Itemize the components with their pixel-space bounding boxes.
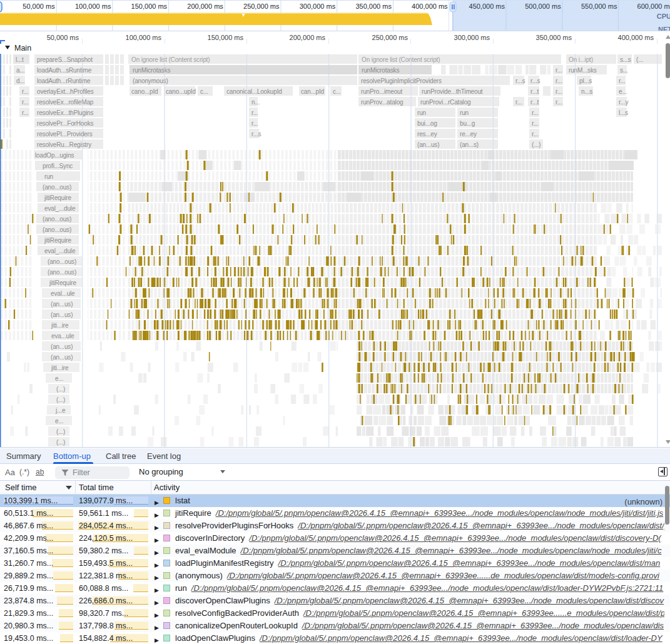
svg-text:run: run [44, 173, 53, 180]
svg-text:600,000 ms: 600,000 ms [637, 3, 670, 10]
svg-text:300,000 ms: 300,000 ms [300, 3, 336, 10]
svg-text:re...ey: re...ey [460, 131, 477, 138]
svg-text:canonical...LookupId: canonical...LookupId [226, 88, 282, 95]
svg-text:r...t: r...t [530, 99, 539, 106]
svg-text:d...: d... [16, 78, 24, 84]
svg-text:r...t: r...t [530, 88, 539, 95]
svg-text:c...: c... [333, 88, 341, 95]
svg-text:(...): (...) [532, 141, 541, 148]
svg-text:(an...us): (an...us) [51, 343, 73, 350]
svg-text:runMicrotasks: runMicrotasks [362, 67, 399, 74]
svg-text:400,000 ms: 400,000 ms [412, 3, 448, 10]
svg-text:res...ey: res...ey [417, 131, 437, 138]
svg-text:bui...og: bui...og [417, 120, 437, 127]
svg-text:s...: s... [620, 67, 628, 74]
svg-text:(...: (... [636, 56, 643, 63]
svg-text:(...): (...) [56, 386, 65, 393]
svg-text:j...e: j...e [55, 407, 66, 414]
svg-text:250,000 ms: 250,000 ms [243, 3, 280, 10]
svg-text:runProv...atalog: runProv...atalog [361, 99, 403, 106]
svg-text:r...s: r...s [530, 78, 541, 84]
svg-text:runProvide...thTimeout: runProvide...thTimeout [422, 88, 483, 95]
svg-text:(anonymous): (anonymous) [133, 78, 168, 84]
svg-text:200,000 ms: 200,000 ms [187, 3, 223, 10]
svg-text:runProvi...rCatalog: runProvi...rCatalog [420, 99, 471, 106]
svg-text:(...): (...) [56, 428, 65, 435]
svg-text:e...: e... [55, 375, 63, 382]
svg-text:eval_...dule: eval_...dule [44, 248, 76, 254]
svg-text:(...): (...) [56, 396, 65, 403]
svg-text:150,000 ms: 150,000 ms [131, 3, 168, 10]
svg-text:loadOp...ugins: loadOp...ugins [35, 152, 74, 159]
svg-text:r...y: r...y [619, 99, 629, 106]
svg-text:350,000 ms: 350,000 ms [355, 3, 392, 10]
svg-text:resolveRu...Registry: resolveRu...Registry [37, 141, 91, 148]
svg-text:(an...us): (an...us) [51, 311, 73, 318]
svg-text:cano...upId: cano...upId [166, 88, 196, 95]
svg-text:jiti...ire: jiti...ire [51, 365, 69, 371]
svg-text:loadAuth...sRuntime: loadAuth...sRuntime [37, 67, 92, 74]
svg-text:(...): (...) [56, 439, 65, 446]
svg-text:n...: n... [251, 99, 260, 106]
svg-text:jitiRequire: jitiRequire [49, 279, 76, 286]
svg-text:resolvePluginImplicitProviders: resolvePluginImplicitProviders [361, 78, 442, 84]
svg-text:r...: r... [532, 131, 539, 138]
svg-text:run: run [417, 109, 426, 116]
svg-text:550,000 ms: 550,000 ms [581, 3, 617, 10]
svg-text:cano...pId: cano...pId [131, 88, 158, 95]
svg-text:(ano...ous): (ano...ous) [48, 269, 76, 276]
svg-text:r...: r... [251, 120, 258, 127]
svg-text:resolvePl...Providers: resolvePl...Providers [37, 131, 93, 138]
svg-text:(ano...ous): (ano...ous) [43, 184, 71, 191]
svg-text:e...: e... [55, 418, 63, 425]
svg-text:r...: r... [556, 99, 562, 106]
svg-text:eval...ule: eval...ule [51, 290, 75, 297]
svg-text:100,000 ms: 100,000 ms [75, 3, 111, 10]
svg-text:r...s: r...s [251, 131, 261, 138]
svg-text:s...s: s...s [620, 56, 631, 63]
svg-text:overlayExt...hProfiles: overlayExt...hProfiles [37, 88, 94, 95]
svg-text:On ignore list (Content script: On ignore list (Content script) [362, 56, 440, 63]
svg-text:r...: r... [556, 78, 562, 84]
svg-text:eval_...dule: eval_...dule [44, 205, 76, 212]
svg-text:(an...us): (an...us) [417, 141, 439, 148]
svg-text:r...: r... [22, 99, 29, 106]
svg-text:r...: r... [556, 67, 562, 74]
svg-text:l...t: l...t [16, 56, 24, 63]
svg-text:r...: r... [22, 88, 29, 95]
svg-text:(an...s): (an...s) [460, 141, 479, 148]
svg-text:run: run [460, 109, 469, 116]
svg-text:(an...us): (an...us) [51, 354, 73, 361]
svg-text:r...: r... [556, 88, 562, 95]
svg-text:(ano...ous): (ano...ous) [48, 258, 76, 265]
svg-text:jiti...ire: jiti...ire [51, 322, 69, 329]
svg-text:(an...us): (an...us) [51, 301, 73, 308]
svg-text:e...: e... [619, 88, 627, 95]
svg-text:On i...ipt): On i...ipt) [569, 56, 593, 63]
svg-text:l...s: l...s [619, 109, 628, 116]
svg-text:50,000 ms: 50,000 ms [23, 3, 55, 10]
svg-text:r...: r... [532, 109, 539, 116]
svg-text:(ano...ous): (ano...ous) [43, 226, 71, 233]
svg-text:c...: c... [200, 88, 208, 95]
svg-text:r...: r... [532, 120, 539, 127]
svg-text:can...pId: can...pId [301, 88, 324, 95]
svg-text:resolveEx...thPlugins: resolveEx...thPlugins [37, 109, 93, 116]
svg-text:pl...s: pl...s [579, 78, 592, 84]
svg-text:(ano...ous): (ano...ous) [43, 216, 71, 223]
svg-text:On ignore list (Content script: On ignore list (Content script) [131, 56, 210, 63]
svg-text:prepareS...Snapshot: prepareS...Snapshot [37, 56, 93, 63]
svg-text:r...: r... [515, 99, 522, 106]
svg-text:runM...sks: runM...sks [569, 67, 597, 74]
svg-text:500,000 ms: 500,000 ms [525, 3, 561, 10]
svg-text:jitiRequire: jitiRequire [44, 237, 71, 244]
svg-text:profi...Sync: profi...Sync [43, 163, 73, 169]
svg-text:resolvePr...ForHooks: resolvePr...ForHooks [37, 120, 94, 127]
svg-text:bu...g: bu...g [460, 120, 475, 127]
svg-text:450,000 ms: 450,000 ms [469, 3, 505, 10]
svg-text:eva...ule: eva...ule [51, 333, 74, 340]
svg-text:a...: a... [16, 67, 24, 74]
svg-text:jitiRequire: jitiRequire [44, 194, 71, 201]
svg-text:runPro...imeout: runPro...imeout [361, 88, 402, 95]
svg-text:resolveEx...rofileMap: resolveEx...rofileMap [37, 99, 94, 106]
